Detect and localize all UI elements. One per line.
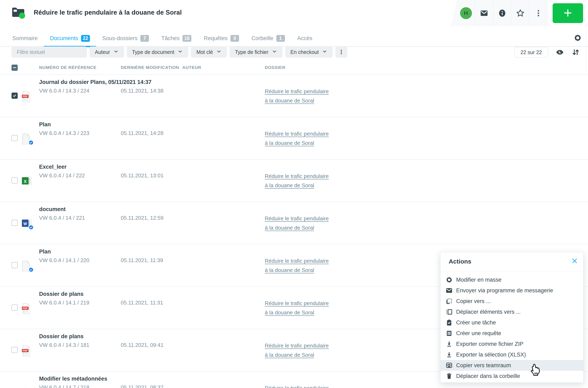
- text-filter-field[interactable]: [12, 47, 87, 58]
- document-checked-icon: [21, 133, 32, 145]
- tab-corbeille[interactable]: Corbeille1: [245, 31, 291, 47]
- row-checkbox[interactable]: [12, 135, 18, 141]
- info-icon[interactable]: [493, 0, 511, 26]
- download-icon: [445, 351, 453, 358]
- tab-documents[interactable]: Documents22: [44, 31, 96, 47]
- folder-header: Réduire le trafic pendulaire à la douane…: [0, 0, 588, 26]
- document-title: Plan: [39, 121, 51, 128]
- gear-icon[interactable]: [574, 34, 582, 42]
- table-row[interactable]: W document VW 6.0.4 / 14 / 221 05.11.202…: [0, 202, 588, 244]
- close-icon[interactable]: [571, 257, 578, 265]
- menu-item-copier-vers[interactable]: Copier vers ...: [441, 296, 583, 307]
- tab-bar: SommaireDocuments22Sous-dossiers7Tâches1…: [0, 31, 588, 47]
- folder-icon: [12, 6, 25, 19]
- folder-link[interactable]: Réduire le trafic pendulaire à la douane…: [265, 214, 331, 232]
- create-request-icon: [445, 330, 453, 337]
- actions-menu-title: Actions: [449, 258, 471, 265]
- menu-item-creer-une-tache[interactable]: Créer une tâche: [441, 317, 583, 328]
- menu-item-creer-une-requete[interactable]: Créer une requête: [441, 328, 583, 339]
- document-title: Plan: [39, 248, 51, 255]
- tab-acces[interactable]: Accès: [291, 31, 319, 47]
- row-checkbox[interactable]: [12, 262, 18, 268]
- folder-link[interactable]: Réduire le trafic pendulaire à la douane…: [265, 87, 331, 105]
- tab-count-badge: 7: [140, 35, 149, 42]
- chevron-down-icon: [216, 49, 221, 55]
- bulk-edit-icon: [445, 276, 453, 284]
- filter-bar: AuteurType de documentMot cléType de fic…: [0, 46, 588, 60]
- row-checkbox[interactable]: [12, 220, 18, 226]
- document-reference: VW 6.0.4 / 14.1 / 219: [39, 300, 89, 306]
- col-modification[interactable]: Dernière modification: [121, 65, 179, 70]
- avatar[interactable]: H: [457, 0, 475, 26]
- move-icon: [445, 308, 453, 315]
- pdf-file-icon: PDF: [21, 303, 32, 314]
- row-checkbox[interactable]: [12, 93, 18, 99]
- row-checkbox[interactable]: [12, 177, 18, 184]
- tab-requetes[interactable]: Requêtes0: [197, 31, 245, 47]
- document-modified: 05.11.2021, 13:01: [121, 172, 164, 179]
- svg-text:PDF: PDF: [23, 307, 28, 310]
- col-folder[interactable]: Dossier: [265, 65, 285, 70]
- select-all-checkbox[interactable]: [12, 65, 18, 71]
- create-task-icon: [445, 319, 453, 326]
- folder-link[interactable]: Réduire le trafic pendulaire à la douane…: [265, 299, 331, 317]
- folder-link[interactable]: Réduire le trafic pendulaire à la douane…: [265, 171, 331, 190]
- col-reference[interactable]: Numéro de référence: [39, 65, 97, 70]
- copy-icon: [445, 297, 453, 305]
- documents-page: Réduire le trafic pendulaire à la douane…: [0, 0, 588, 388]
- folder-link[interactable]: Réduire le trafic pendulaire à la douane…: [265, 256, 331, 275]
- document-title: Modifier les métadonnées: [39, 376, 107, 382]
- more-filters-kebab-icon[interactable]: [335, 47, 347, 58]
- document-reference: VW 6.0.4 / 14.7 / 218: [39, 384, 89, 388]
- menu-item-exporter-la-selection-xlsx[interactable]: Exporter la sélection (XLSX): [441, 349, 583, 360]
- filter-dropdown-auteur[interactable]: Auteur: [90, 47, 124, 58]
- row-checkbox[interactable]: [12, 347, 18, 353]
- tab-count-badge: 0: [230, 35, 239, 42]
- folder-link[interactable]: Réduire le trafic pendulaire à la douane…: [265, 341, 331, 360]
- table-row[interactable]: PDF Journal du dossier Plans, 05/11/2021…: [0, 75, 588, 117]
- star-icon[interactable]: [511, 0, 529, 26]
- tab-taches[interactable]: Tâches18: [155, 31, 197, 47]
- document-reference: VW 6.0.4 / 14.1 / 220: [39, 257, 89, 264]
- pdf-file-icon: PDF: [21, 345, 32, 357]
- table-row[interactable]: Plan VW 6.0.4 / 14.3 / 223 05.11.2021, 1…: [0, 117, 588, 160]
- filter-dropdown-mot-cle[interactable]: Mot clé: [191, 47, 227, 58]
- menu-item-modifier-en-masse[interactable]: Modifier en masse: [441, 274, 583, 285]
- kebab-icon[interactable]: [529, 0, 547, 26]
- sort-icon[interactable]: [571, 48, 580, 57]
- filter-dropdown-en-checkout[interactable]: En checkout: [285, 47, 333, 58]
- text-filter-input[interactable]: [17, 47, 81, 58]
- document-title: document: [39, 206, 66, 213]
- tab-sommaire[interactable]: Sommaire: [12, 31, 44, 47]
- document-modified: 05.11.2021, 09:41: [121, 342, 164, 348]
- menu-item-copier-vers-teamraum[interactable]: Copier vers teamraum: [441, 360, 583, 371]
- col-author[interactable]: Auteur: [182, 65, 201, 70]
- filter-dropdown-type-de-document[interactable]: Type de document: [127, 47, 189, 58]
- plus-icon: [563, 8, 573, 18]
- document-reference: VW 6.0.4 / 14.3 / 224: [39, 88, 89, 94]
- chevron-down-icon: [177, 49, 183, 55]
- table-header: Numéro de référence Dernière modificatio…: [0, 62, 588, 75]
- tab-count-badge: 18: [182, 35, 192, 42]
- send-mail-icon: [445, 287, 453, 294]
- mail-icon[interactable]: [475, 0, 493, 26]
- eye-icon[interactable]: [555, 48, 564, 56]
- table-row[interactable]: X Excel_leer VW 6.0.4 / 14 / 222 05.11.2…: [0, 160, 588, 202]
- result-count: 22 sur 22: [514, 47, 548, 58]
- menu-item-envoyer-via-programme-de-messagerie[interactable]: Envoyer via programme de messagerie: [441, 285, 583, 296]
- row-checkbox[interactable]: [12, 304, 18, 311]
- add-button[interactable]: [553, 3, 583, 23]
- folder-link[interactable]: Réduire le trafic pendulaire à la douane…: [265, 129, 331, 148]
- document-modified: 05.11.2021, 14:38: [121, 88, 164, 94]
- header-quick-actions: H: [451, 0, 588, 26]
- pdf-file-icon: PDF: [21, 91, 32, 102]
- folder-link[interactable]: Réduire le trafic pendulaire à la douane…: [265, 384, 331, 388]
- chevron-down-icon: [322, 49, 327, 55]
- filter-dropdown-type-de-fichier[interactable]: Type de fichier: [230, 47, 282, 58]
- menu-item-deplacer-elements-vers[interactable]: Déplacer éléments vers ...: [441, 307, 583, 317]
- menu-item-deplacer-dans-la-corbeille[interactable]: Déplacer dans la corbeille: [441, 371, 583, 381]
- tab-count-badge: 22: [81, 35, 90, 42]
- tab-sous-dossiers[interactable]: Sous-dossiers7: [96, 31, 155, 47]
- menu-item-exporter-comme-fichier-zip[interactable]: Exporter comme fichier ZIP: [441, 339, 583, 349]
- document-title: Dossier de plans: [39, 333, 84, 340]
